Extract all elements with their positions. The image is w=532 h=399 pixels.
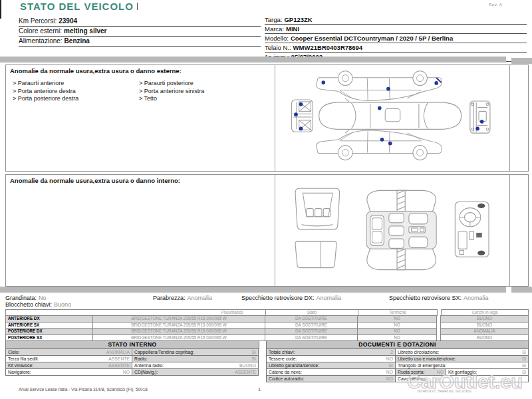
exterior-damage-diagram: [275, 65, 510, 171]
field-label: Targa:: [265, 16, 282, 23]
check-specchietto-dx: Specchietto retrovisore DX:Anomalia: [241, 295, 341, 301]
field-value: WMW21BR0403R78694: [293, 44, 363, 51]
anomaly-item: > Paraurti posteriore: [139, 80, 204, 88]
check-parabrezza: Parabrezza:Anomalia: [153, 295, 212, 301]
anomaly-item: > Porta anteriore sinistra: [139, 88, 204, 96]
anomaly-item: > Porta posteriore destra: [13, 95, 78, 103]
field-targa: Targa:GP123ZK: [265, 16, 527, 25]
footer-company: Arval Service Lease Italia - Via Pisana …: [19, 387, 148, 392]
exterior-anomalies-panel: Anomalie da normale usura,extra usura o …: [5, 65, 529, 172]
section-divider-bar: [0, 57, 506, 63]
exterior-anomaly-list-col1: > Paraurti anteriore > Porta anteriore d…: [13, 80, 78, 103]
field-value: Benzina: [65, 37, 90, 45]
revision-label: Rev. A: [489, 3, 502, 7]
anomaly-item: > Paraurti anteriore: [13, 80, 78, 88]
exterior-heading: Anomalie da normale usura,extra usura o …: [10, 67, 182, 74]
section-divider-bar: [511, 58, 532, 64]
check-grandinata: Grandinata:No: [5, 295, 47, 301]
check-blocchetto-chiavi: Blocchetto chiavi:Buono: [5, 301, 71, 308]
anomaly-item: > Porta anteriore destra: [13, 88, 78, 96]
field-label: Modello:: [265, 35, 289, 42]
field-label: Telaio N.:: [265, 44, 291, 51]
interior-diagram: [275, 175, 510, 286]
car-side-view-bottom: [317, 130, 442, 160]
field-value: MINI: [286, 25, 299, 33]
interior-heading: Anomalie da normale usura,extra usura o …: [10, 177, 180, 184]
car-rear-view: [470, 101, 490, 133]
trunk-view: [295, 188, 340, 229]
dashboard-view: [455, 201, 489, 257]
table-row: Navigatore:NO CD(Navig.):ASSENTE: [5, 369, 259, 376]
exterior-anomaly-list-col2: > Paraurti posteriore > Porta anteriore …: [139, 80, 204, 103]
field-label: Marca:: [265, 25, 284, 33]
page-title: STATO DEL VEICOLO: [20, 1, 134, 12]
car-interior-views: [275, 175, 509, 286]
field-value: GP123ZK: [284, 16, 312, 23]
footer-page-number: 1: [258, 387, 261, 392]
anomaly-item: > Tetto: [139, 95, 204, 103]
interior-anomalies-panel: Anomalie da normale usura,extra usura o …: [5, 174, 529, 287]
trunk-lid-view: [295, 241, 336, 267]
field-km-percorsi: Km Percorsi:23904: [19, 17, 261, 27]
field-label: Km Percorsi:: [19, 17, 57, 25]
field-value: 23904: [59, 17, 77, 25]
field-colore-esterni: Colore esterni:melting silver: [19, 27, 261, 37]
vehicle-info-right: Targa:GP123ZK Marca:MINI Modello:Cooper …: [265, 16, 527, 63]
cabin-view: [366, 190, 436, 269]
field-value: melting silver: [64, 27, 106, 35]
tire-table: Pneumatico Stato Termiche Cerchi in lega…: [5, 310, 529, 341]
stato-interno-table: STATO INTERNO Cielo:ANOMALIA Cappelliera…: [5, 340, 259, 376]
field-value: Cooper Essential DCTCountryman / 2020 / …: [291, 35, 453, 42]
section-divider-bar: [511, 287, 532, 293]
field-telaio: Telaio N.:WMW21BR0403R78694: [265, 44, 527, 53]
field-label: Alimentazione:: [19, 37, 63, 45]
corner-mark: [0, 0, 1, 19]
car-side-view-top: [317, 71, 442, 101]
section-divider-bar: [0, 287, 506, 293]
field-label: Colore esterni:: [19, 27, 62, 35]
caroutlet-watermark: CarOutlet.eu: [407, 371, 523, 393]
field-modello: Modello:Cooper Essential DCTCountryman /…: [265, 35, 527, 43]
title-divider: [137, 3, 138, 10]
vehicle-info-left: Km Percorsi:23904 Colore esterni:melting…: [19, 17, 261, 47]
field-alimentazione: Alimentazione:Benzina: [19, 37, 261, 47]
check-specchietto-sx: Specchietto retrovisore SX:Anomalia: [389, 295, 489, 301]
car-exterior-views: [275, 65, 509, 171]
car-top-view: [319, 98, 462, 133]
field-marca: Marca:MINI: [265, 25, 527, 34]
